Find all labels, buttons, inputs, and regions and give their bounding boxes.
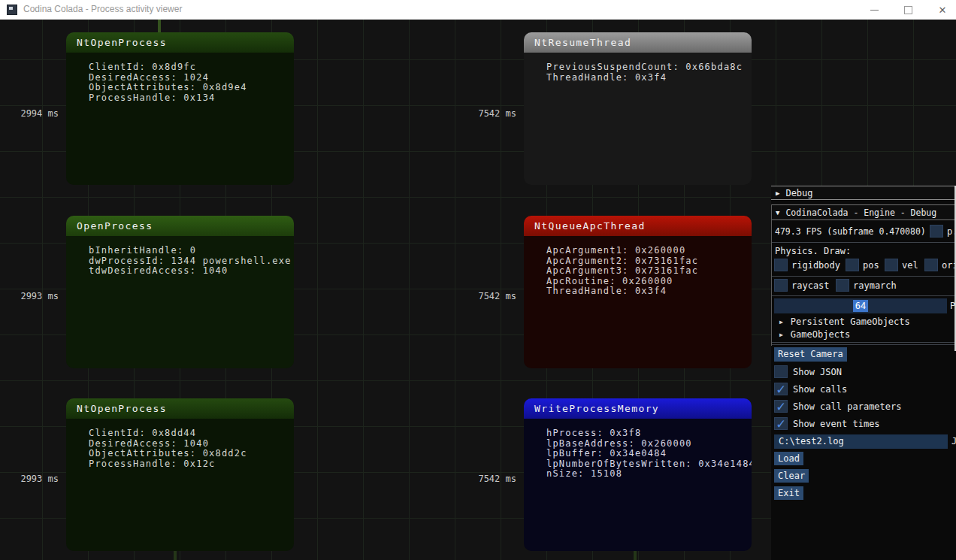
show-json-label: Show JSON [793,367,842,377]
debug-collapsed-label: Debug [785,188,812,198]
event-card-title: NtResumeThread [524,32,752,53]
show-event-times-label: Show event times [793,419,880,429]
event-card-params: bInheritHandle: 0 dwProcessId: 1344 powe… [66,236,294,368]
physics-steps-slider[interactable]: 64 [774,298,947,313]
log-file-input[interactable]: C:\test2.log [774,434,948,449]
event-time: 7542 ms [470,108,516,119]
show-call-parameters-label: Show call parameters [793,401,902,412]
show-event-times-checkbox[interactable]: ✓ [774,417,788,430]
title-bar: Codina Colada - Process activity viewer … [0,0,956,20]
process-activity-viewer-window: { "window": { "title": "Codina Colada - … [0,0,956,560]
tree-item-gameobjects[interactable]: ▶ GameObjects [779,329,850,340]
close-icon: ✕ [939,5,947,16]
collapsed-arrow-icon: ▶ [776,189,779,197]
event-card: NtQueueApcThread ApcArgument1: 0x260000 … [524,216,752,368]
rigidbody-checkbox[interactable] [774,259,788,271]
pos-checkbox[interactable] [846,259,859,271]
expanded-arrow-icon: ▼ [776,209,779,216]
separator [771,242,956,243]
slider-value: 64 [853,300,868,312]
clear-button[interactable]: Clear [774,469,809,483]
minimize-icon [870,10,879,11]
event-time: 7542 ms [470,291,516,301]
load-button[interactable]: Load [774,452,803,465]
raymarch-checkbox[interactable] [836,279,849,292]
pause-checkbox[interactable] [930,225,943,238]
show-call-parameters-checkbox[interactable]: ✓ [774,400,788,413]
event-card-title: NtQueueApcThread [524,216,752,236]
event-card-params: ClientId: 0x8d9fc DesiredAccess: 1024 Ob… [66,53,294,185]
debug-collapsed-header[interactable]: ▶ Debug [771,186,956,200]
event-card: NtResumeThread PreviousSuspendCount: 0x6… [524,32,752,185]
maximize-button[interactable] [895,0,921,20]
event-card-params: PreviousSuspendCount: 0x66bda8c ThreadHa… [524,53,752,185]
tree-item-label: Persistent GameObjects [791,316,910,327]
vel-label: vel [902,260,918,271]
event-card-params: ClientId: 0x8dd44 DesiredAccess: 1040 Ob… [66,419,294,551]
raycast-label: raycast [791,280,830,291]
pos-label: pos [863,260,879,271]
event-card: OpenProcess bInheritHandle: 0 dwProcessI… [66,216,294,368]
show-json-checkbox[interactable] [774,365,788,378]
event-card: NtOpenProcess ClientId: 0x8d9fc DesiredA… [66,32,294,185]
event-card-title: NtOpenProcess [66,32,294,53]
event-card-params: hProcess: 0x3f8 lpBaseAddress: 0x260000 … [524,419,752,551]
vel-checkbox[interactable] [885,259,898,271]
tree-item-persistent-gameobjects[interactable]: ▶ Persistent GameObjects [779,316,910,327]
timeline-connector [158,20,161,32]
file-input-trailing-label: J [951,436,956,446]
event-card: NtOpenProcess ClientId: 0x8dd44 DesiredA… [66,398,294,551]
app-icon [7,5,17,15]
separator [771,276,956,277]
raycast-checkbox[interactable] [774,279,788,292]
collapsed-arrow-icon: ▶ [779,331,783,338]
reset-camera-button[interactable]: Reset Camera [774,347,847,362]
fps-readout: 479.3 FPS (subframe 0.470080) [775,226,926,237]
physics-draw-label: Physics. Draw: [775,246,851,256]
close-button[interactable]: ✕ [930,0,955,20]
panel-left-edge [771,204,772,346]
event-card: WriteProcessMemory hProcess: 0x3f8 lpBas… [524,398,752,551]
event-card-params: ApcArgument1: 0x260000 ApcArgument2: 0x7… [524,236,752,368]
timeline-connector [634,551,637,560]
engine-debug-label: CodinaColada - Engine - Debug [785,207,936,218]
separator [771,295,956,296]
event-time: 7542 ms [470,474,516,484]
minimize-button[interactable] [861,0,887,20]
tree-item-label: GameObjects [791,329,850,340]
maximize-icon [904,6,912,14]
engine-debug-header[interactable]: ▼ CodinaColada - Engine - Debug [771,204,956,220]
exit-button[interactable]: Exit [774,486,803,500]
event-time: 2993 ms [12,291,59,301]
event-card-title: WriteProcessMemory [524,398,752,419]
raymarch-label: raymarch [853,280,897,291]
ori-checkbox[interactable] [924,259,938,271]
window-title: Codina Colada - Process activity viewer [23,4,182,14]
event-card-title: OpenProcess [66,216,294,236]
event-card-title: NtOpenProcess [66,398,294,419]
rigidbody-label: rigidbody [791,260,840,271]
timeline-connector [174,551,177,560]
event-time: 2993 ms [12,474,59,484]
separator [771,342,956,343]
show-calls-checkbox[interactable]: ✓ [774,383,788,395]
collapsed-arrow-icon: ▶ [779,319,783,325]
event-time: 2994 ms [12,108,59,119]
separator [771,344,956,345]
show-calls-label: Show calls [793,384,847,395]
